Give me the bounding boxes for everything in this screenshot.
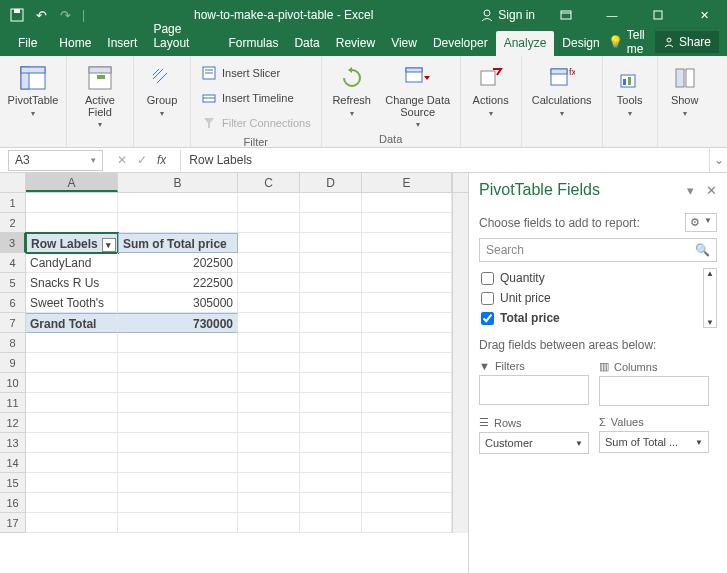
values-value[interactable]: Sum of Total ...▼ <box>599 431 709 453</box>
row-header[interactable]: 14 <box>0 453 26 473</box>
cell[interactable] <box>118 433 238 453</box>
insert-timeline-button[interactable]: Insert Timeline <box>197 87 315 109</box>
tab-data[interactable]: Data <box>286 31 327 56</box>
share-button[interactable]: Share <box>655 31 719 53</box>
ribbon-display-icon[interactable] <box>543 0 589 30</box>
scroll-track[interactable] <box>452 253 468 273</box>
row-header[interactable]: 11 <box>0 393 26 413</box>
cell[interactable] <box>118 413 238 433</box>
cell[interactable]: 202500 <box>118 253 238 273</box>
col-header-e[interactable]: E <box>362 173 452 192</box>
row-header[interactable]: 15 <box>0 473 26 493</box>
cell[interactable] <box>362 393 452 413</box>
cell[interactable] <box>238 273 300 293</box>
cell[interactable] <box>300 253 362 273</box>
group-button[interactable]: Group▾ <box>140 60 184 120</box>
cell[interactable] <box>238 253 300 273</box>
cell[interactable] <box>238 293 300 313</box>
cell[interactable] <box>362 313 452 333</box>
cancel-icon[interactable]: ✕ <box>117 153 127 167</box>
cell[interactable] <box>300 453 362 473</box>
tab-developer[interactable]: Developer <box>425 31 496 56</box>
scroll-track[interactable] <box>452 213 468 233</box>
row-header[interactable]: 12 <box>0 413 26 433</box>
cell[interactable] <box>362 333 452 353</box>
cell[interactable] <box>362 273 452 293</box>
scroll-track[interactable] <box>452 453 468 473</box>
cell[interactable] <box>362 453 452 473</box>
fx-icon[interactable]: fx <box>157 153 166 167</box>
scroll-track[interactable] <box>452 393 468 413</box>
cell[interactable] <box>118 493 238 513</box>
pivottable-button[interactable]: PivotTable▾ <box>6 60 60 120</box>
scroll-track[interactable] <box>452 373 468 393</box>
rows-area[interactable]: ☰Rows Customer▼ <box>479 416 589 454</box>
row-header[interactable]: 16 <box>0 493 26 513</box>
formula-input[interactable]: Row Labels <box>180 150 709 171</box>
cell[interactable] <box>362 253 452 273</box>
calculations-button[interactable]: fx Calculations▾ <box>528 60 596 120</box>
scroll-track[interactable] <box>452 273 468 293</box>
cell[interactable] <box>362 233 452 253</box>
tab-review[interactable]: Review <box>328 31 383 56</box>
row-header[interactable]: 13 <box>0 433 26 453</box>
cell[interactable] <box>238 193 300 213</box>
cell[interactable] <box>26 373 118 393</box>
account-area[interactable]: Sign in <box>472 8 543 22</box>
tab-view[interactable]: View <box>383 31 425 56</box>
save-icon[interactable] <box>8 6 26 24</box>
tools-button[interactable]: Tools▾ <box>609 60 651 120</box>
cell[interactable] <box>238 373 300 393</box>
row-header[interactable]: 3 <box>0 233 26 253</box>
tab-formulas[interactable]: Formulas <box>220 31 286 56</box>
cell[interactable] <box>238 313 300 333</box>
cell[interactable] <box>118 333 238 353</box>
cell[interactable] <box>238 393 300 413</box>
maximize-button[interactable] <box>635 0 681 30</box>
row-header[interactable]: 8 <box>0 333 26 353</box>
undo-icon[interactable]: ↶ <box>32 6 50 24</box>
cell[interactable]: 305000 <box>118 293 238 313</box>
scroll-track[interactable] <box>452 313 468 333</box>
tab-analyze[interactable]: Analyze <box>496 31 555 56</box>
expand-formula-bar-icon[interactable]: ⌄ <box>709 148 727 172</box>
cell[interactable]: 222500 <box>118 273 238 293</box>
cell[interactable] <box>300 333 362 353</box>
row-header[interactable]: 6 <box>0 293 26 313</box>
cell[interactable] <box>118 393 238 413</box>
col-header-d[interactable]: D <box>300 173 362 192</box>
refresh-button[interactable]: Refresh▾ <box>328 60 376 120</box>
cell[interactable]: Sum of Total price <box>118 233 238 253</box>
filter-dropdown-icon[interactable]: ▾ <box>102 238 116 252</box>
checkbox[interactable] <box>481 272 494 285</box>
actions-button[interactable]: Actions▾ <box>467 60 515 120</box>
checkbox[interactable] <box>481 292 494 305</box>
cell[interactable] <box>26 433 118 453</box>
cell[interactable] <box>362 513 452 533</box>
tell-me[interactable]: 💡 Tell me <box>608 28 649 56</box>
cell[interactable] <box>362 293 452 313</box>
cell[interactable] <box>362 373 452 393</box>
cell[interactable] <box>300 373 362 393</box>
scroll-track[interactable] <box>452 233 468 253</box>
cell[interactable]: Grand Total <box>26 313 118 333</box>
cell[interactable] <box>26 333 118 353</box>
cell[interactable] <box>300 513 362 533</box>
name-box[interactable]: A3▾ <box>8 150 103 171</box>
cell[interactable] <box>300 413 362 433</box>
scroll-track[interactable] <box>452 333 468 353</box>
cell[interactable]: 730000 <box>118 313 238 333</box>
row-header[interactable]: 10 <box>0 373 26 393</box>
cell[interactable] <box>118 373 238 393</box>
field-total-price[interactable]: Total price <box>479 308 703 328</box>
tab-home[interactable]: Home <box>51 31 99 56</box>
scroll-track[interactable] <box>452 513 468 533</box>
close-pane-icon[interactable]: ✕ <box>706 183 717 198</box>
cell[interactable] <box>300 273 362 293</box>
cell[interactable] <box>362 353 452 373</box>
cell[interactable] <box>26 513 118 533</box>
close-button[interactable]: ✕ <box>681 0 727 30</box>
scroll-track[interactable] <box>452 353 468 373</box>
row-header[interactable]: 1 <box>0 193 26 213</box>
cell[interactable] <box>238 473 300 493</box>
